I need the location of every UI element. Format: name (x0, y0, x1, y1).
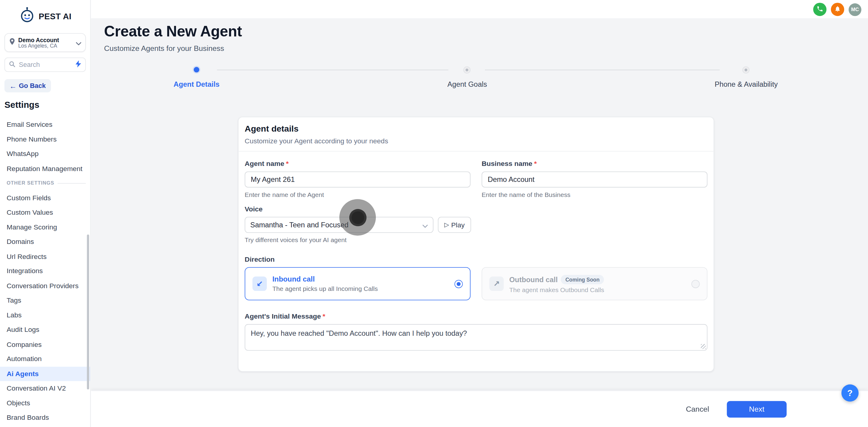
notifications-button[interactable] (831, 3, 844, 16)
sidebar-item-custom-fields[interactable]: Custom Fields (0, 191, 90, 205)
voice-select[interactable]: Samantha - Teen and Focused (245, 217, 433, 233)
topbar-actions: MC (813, 3, 861, 16)
voice-section: Voice Samantha - Teen and Focused ▷ Play (245, 205, 708, 243)
inbound-desc: The agent picks up all Incoming Calls (273, 285, 449, 293)
sidebar-item-labs[interactable]: Labs (0, 308, 90, 323)
sidebar-item-domains[interactable]: Domains (0, 235, 90, 249)
sidebar: PEST AI Demo Account Los Angeles, CA (0, 0, 91, 427)
app-root: PEST AI Demo Account Los Angeles, CA (0, 0, 868, 427)
chevron-down-icon (422, 220, 428, 230)
account-texts: Demo Account Los Angeles, CA (19, 36, 73, 49)
phone-dialer-button[interactable] (813, 3, 827, 16)
outbound-call-option: ↗ Outbound callComing Soon The agent mak… (482, 267, 707, 300)
agent-name-label: Agent name* (245, 160, 470, 168)
other-settings-group-label: OTHER SETTINGS (0, 176, 90, 191)
card-body: Agent name* Enter the name of the Agent … (239, 152, 714, 351)
help-button[interactable]: ? (841, 385, 859, 402)
location-pin-icon (9, 38, 16, 47)
inbound-call-option[interactable]: ↙ Inbound call The agent picks up all In… (245, 267, 470, 300)
outbound-title: Outbound call (509, 275, 558, 284)
page-header: Create a New Agent Customize Agents for … (104, 23, 242, 53)
go-back-button[interactable]: ← Go Back (4, 79, 51, 93)
voice-helper: Try different voices for your AI agent (245, 237, 708, 243)
step-dot-agent-details[interactable] (194, 67, 199, 72)
account-switcher[interactable]: Demo Account Los Angeles, CA (4, 33, 86, 52)
sidebar-item-whatsapp[interactable]: WhatsApp (0, 146, 90, 161)
phone-icon (816, 5, 823, 13)
step-label-agent-goals: Agent Goals (447, 80, 487, 89)
business-name-label: Business name* (482, 160, 707, 168)
card-header: Agent details Customize your Agent accor… (239, 117, 714, 152)
initial-message-section: Agent's Initial Message* Hey, you have r… (245, 313, 708, 351)
sidebar-item-brand-boards[interactable]: Brand Boards (0, 410, 90, 425)
sidebar-item-objects[interactable]: Objects (0, 396, 90, 410)
user-avatar[interactable]: MC (849, 3, 861, 15)
sidebar-scrollbar[interactable] (87, 235, 89, 389)
play-voice-button[interactable]: ▷ Play (438, 217, 471, 233)
voice-row: Samantha - Teen and Focused ▷ Play (245, 217, 708, 233)
direction-section: Direction ↙ Inbound call The agent picks… (245, 256, 708, 300)
sidebar-item-ai-agents[interactable]: Ai Agents (0, 366, 90, 381)
inbound-title: Inbound call (273, 275, 449, 284)
required-mark: * (322, 313, 325, 320)
sidebar-item-url-redirects[interactable]: Url Redirects (0, 249, 90, 264)
sidebar-item-phone-numbers[interactable]: Phone Numbers (0, 132, 90, 146)
sidebar-item-audit-logs[interactable]: Audit Logs (0, 323, 90, 337)
sidebar-item-email-services[interactable]: Email Services (0, 117, 90, 132)
outbound-desc: The agent makes Outbound Calls (509, 286, 686, 294)
sidebar-item-reputation-management[interactable]: Reputation Management (0, 161, 90, 176)
voice-select-value: Samantha - Teen and Focused (250, 221, 419, 229)
outbound-radio (691, 280, 700, 288)
step-connector (485, 70, 720, 70)
quick-actions-bolt-icon[interactable] (75, 60, 82, 70)
inbound-texts: Inbound call The agent picks up all Inco… (273, 275, 449, 293)
textarea-resize-handle[interactable] (701, 344, 706, 349)
next-button[interactable]: Next (727, 401, 786, 417)
sidebar-item-custom-values[interactable]: Custom Values (0, 205, 90, 220)
outbound-title-row: Outbound callComing Soon (509, 274, 686, 285)
agent-name-input[interactable] (245, 171, 470, 187)
step-label-phone-availability: Phone & Availability (715, 80, 778, 89)
card-title: Agent details (245, 124, 708, 134)
sidebar-item-manage-scoring[interactable]: Manage Scoring (0, 220, 90, 235)
direction-cards: ↙ Inbound call The agent picks up all In… (245, 267, 708, 300)
cancel-button[interactable]: Cancel (686, 405, 709, 413)
bell-icon (834, 5, 841, 13)
search-bar (4, 58, 86, 72)
sidebar-item-integrations[interactable]: Integrations (0, 264, 90, 278)
other-settings-label: OTHER SETTINGS (7, 180, 54, 186)
back-arrow-icon: ← (9, 82, 17, 90)
required-mark: * (286, 160, 289, 168)
agent-name-field: Agent name* Enter the name of the Agent (245, 160, 470, 198)
brand-logo-icon (19, 7, 35, 25)
card-subtitle: Customize your Agent according to your n… (245, 137, 708, 145)
main-content: MC Create a New Agent Customize Agents f… (91, 0, 868, 427)
search-input[interactable] (19, 61, 72, 69)
settings-heading: Settings (4, 100, 86, 110)
initial-message-label: Agent's Initial Message* (245, 313, 708, 320)
inbound-radio[interactable] (455, 280, 463, 288)
sidebar-item-tags[interactable]: Tags (0, 293, 90, 308)
business-name-field: Business name* Enter the name of the Bus… (482, 160, 707, 198)
sidebar-item-companies[interactable]: Companies (0, 337, 90, 352)
business-name-input[interactable] (482, 171, 707, 187)
settings-menu: Email Services Phone Numbers WhatsApp Re… (0, 117, 90, 425)
sidebar-item-automation[interactable]: Automation (0, 352, 90, 366)
go-back-label: Go Back (19, 82, 45, 90)
wizard-footer: Cancel Next (91, 391, 868, 427)
outbound-texts: Outbound callComing Soon The agent makes… (509, 274, 686, 294)
sidebar-item-conversation-providers[interactable]: Conversation Providers (0, 278, 90, 293)
brand-name: PEST AI (38, 11, 71, 21)
coming-soon-badge: Coming Soon (561, 275, 604, 284)
page-title: Create a New Agent (104, 23, 242, 40)
sidebar-item-conversation-ai-v2[interactable]: Conversation AI V2 (0, 381, 90, 396)
account-name: Demo Account (19, 36, 73, 43)
step-dot-phone-availability[interactable] (742, 66, 749, 73)
play-label: Play (451, 221, 465, 229)
voice-label: Voice (245, 205, 708, 213)
business-name-helper: Enter the name of the Business (482, 192, 707, 198)
name-fields-row: Agent name* Enter the name of the Agent … (245, 160, 708, 198)
step-dot-agent-goals[interactable] (463, 66, 470, 73)
step-connector (217, 70, 448, 70)
initial-message-textarea[interactable]: Hey, you have reached "Demo Account". Ho… (245, 324, 708, 351)
